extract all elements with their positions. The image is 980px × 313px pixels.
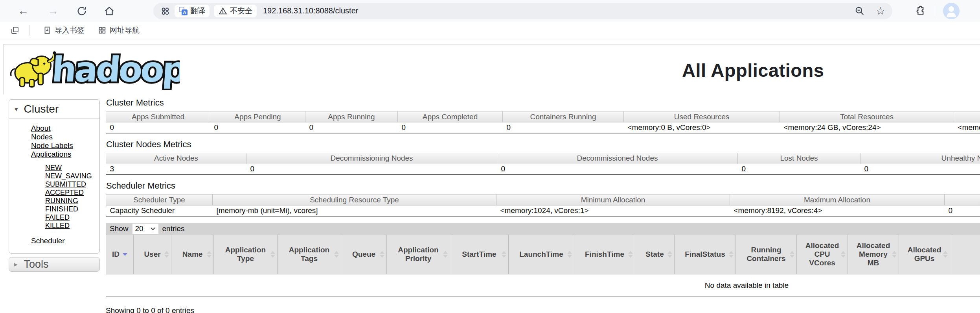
table-length-bar: Show 20 entries xyxy=(106,223,980,235)
column-header: Reserved Resources xyxy=(954,111,980,122)
metric-value: [memory-mb (unit=Mi), vcores] xyxy=(213,206,496,216)
bookmarks-bar: 导入书签 网址导航 xyxy=(0,22,980,39)
translate-icon: A xyxy=(179,7,188,15)
applications-table: ID User Name Application Type Applicatio… xyxy=(106,235,980,297)
sidebar: ▾Cluster About Nodes Node Labels Applica… xyxy=(9,99,100,313)
sidebar-section-cluster[interactable]: ▾Cluster xyxy=(9,100,99,119)
sort-header-running-containers[interactable]: Running Containers xyxy=(736,235,797,274)
page-size-select[interactable]: 20 xyxy=(132,224,158,234)
sort-icons xyxy=(164,251,169,258)
metric-value: <memory:0 B, vCores:0> xyxy=(624,122,780,133)
sort-header-launchtime[interactable]: LaunchTime xyxy=(509,235,574,274)
table-row: No data available in table xyxy=(106,274,980,296)
chevron-down-icon xyxy=(150,227,156,231)
tab-groups-icon[interactable] xyxy=(10,26,20,35)
column-header: Apps Pending xyxy=(210,111,305,122)
home-icon[interactable] xyxy=(104,6,115,17)
sort-header-allocated-memory-mb[interactable]: Allocated Memory MB xyxy=(848,235,899,274)
column-header: Decommissioning Nodes xyxy=(246,153,497,164)
forward-icon[interactable]: → xyxy=(46,6,60,17)
table-row: Capacity Scheduler [memory-mb (unit=Mi),… xyxy=(106,206,980,216)
metric-value: 0 xyxy=(210,122,305,133)
lost-nodes-link[interactable]: 0 xyxy=(742,165,746,173)
sort-header-allocated-cpu-vcores[interactable]: Allocated CPU VCores xyxy=(797,235,848,274)
column-header: Minimum Allocation xyxy=(496,194,730,206)
sort-header-clipped[interactable] xyxy=(950,235,980,274)
sort-icons xyxy=(729,251,734,258)
site-navigation-button[interactable]: 网址导航 xyxy=(98,25,140,35)
table-row: 3 0 0 0 0 xyxy=(106,164,980,174)
nodes-metrics-heading: Cluster Nodes Metrics xyxy=(106,139,980,150)
metric-value: <memory:8192, vCores:4> xyxy=(730,206,945,216)
metric-value: <memory:0 B, vCores:0> xyxy=(954,122,980,133)
url-text[interactable]: 192.168.31.10:8088/cluster xyxy=(263,6,358,15)
sort-header-application-tags[interactable]: Application Tags xyxy=(278,235,341,274)
sort-header-id[interactable]: ID xyxy=(106,235,134,274)
bookmark-star-icon[interactable]: ☆ xyxy=(876,5,885,17)
translate-button[interactable]: A 翻译 xyxy=(175,5,210,17)
sidebar-section-tools[interactable]: ▸Tools xyxy=(9,257,100,272)
sort-header-finishtime[interactable]: FinishTime xyxy=(574,235,635,274)
decommissioning-nodes-link[interactable]: 0 xyxy=(250,165,255,173)
sidebar-item-killed: KILLED xyxy=(45,222,99,230)
sort-icons xyxy=(502,251,506,258)
apps-grid-icon[interactable] xyxy=(160,6,170,16)
unhealthy-nodes-link[interactable]: 0 xyxy=(864,165,869,173)
sort-icons xyxy=(943,251,948,258)
column-header: Used Resources xyxy=(624,111,780,122)
sidebar-item-applications: Applications xyxy=(31,150,99,159)
sort-header-allocated-gpus[interactable]: Allocated GPUs xyxy=(899,235,950,274)
import-bookmarks-button[interactable]: 导入书签 xyxy=(43,25,85,35)
sort-header-state[interactable]: State xyxy=(635,235,675,274)
translate-label: 翻译 xyxy=(190,6,205,16)
column-header: Decommissioned Nodes xyxy=(497,153,738,164)
profile-avatar[interactable] xyxy=(943,3,960,19)
sort-icons xyxy=(334,251,339,258)
sidebar-item-submitted: SUBMITTED xyxy=(45,180,99,189)
metric-value: 3 xyxy=(106,164,246,174)
cluster-metrics-heading: Cluster Metrics xyxy=(106,98,980,108)
sort-icons xyxy=(667,251,672,258)
hadoop-elephant-icon xyxy=(7,47,57,91)
zoom-out-icon[interactable] xyxy=(855,6,865,16)
sort-header-name[interactable]: Name xyxy=(171,235,214,274)
scheduler-metrics-table: Scheduler Type Scheduling Resource Type … xyxy=(106,194,980,217)
sidebar-item-failed: FAILED xyxy=(45,213,99,222)
cluster-nav-box: ▾Cluster About Nodes Node Labels Applica… xyxy=(9,99,100,254)
column-header: Scheduling Resource Type xyxy=(213,194,496,206)
sort-header-finalstatus[interactable]: FinalStatus xyxy=(675,235,736,274)
url-bar[interactable]: A 翻译 不安全 192.168.31.10:8088/cluster ☆ xyxy=(153,3,892,19)
column-header: Maximum Allocation xyxy=(730,194,945,206)
security-badge[interactable]: 不安全 xyxy=(214,5,257,17)
sort-header-application-type[interactable]: Application Type xyxy=(214,235,278,274)
extensions-puzzle-icon[interactable] xyxy=(914,6,925,17)
tools-section-label: Tools xyxy=(24,258,49,270)
browser-chrome: ← → A 翻译 不安全 192.168.31.10:8088/ xyxy=(0,0,980,39)
reload-icon[interactable] xyxy=(76,6,87,17)
sort-header-application-priority[interactable]: Application Priority xyxy=(387,235,450,274)
metric-value: 0 xyxy=(738,164,860,174)
cluster-metrics-table: Apps Submitted Apps Pending Apps Running… xyxy=(106,111,980,133)
sidebar-item-node-labels: Node Labels xyxy=(31,141,99,150)
sort-icons xyxy=(567,251,572,258)
sidebar-item-new: NEW xyxy=(45,164,99,172)
column-header: Maximum Cluster Application Priority xyxy=(945,194,980,206)
metric-value: 0 xyxy=(497,164,738,174)
empty-table-message: No data available in table xyxy=(106,274,980,296)
nodes-metrics-table: Active Nodes Decommissioning Nodes Decom… xyxy=(106,153,980,175)
sort-icons xyxy=(207,251,211,258)
sort-header-queue[interactable]: Queue xyxy=(341,235,387,274)
caret-down-icon: ▾ xyxy=(15,106,18,113)
active-nodes-link[interactable]: 3 xyxy=(110,165,114,173)
back-icon[interactable]: ← xyxy=(17,6,30,17)
column-header: Apps Completed xyxy=(398,111,503,122)
sort-header-starttime[interactable]: StartTime xyxy=(450,235,509,274)
metric-value: 0 xyxy=(106,122,210,133)
decommissioned-nodes-link[interactable]: 0 xyxy=(501,165,506,173)
sort-icons xyxy=(380,251,384,258)
sidebar-item-scheduler[interactable]: Scheduler xyxy=(31,237,65,245)
sort-header-user[interactable]: User xyxy=(134,235,171,274)
sort-icons xyxy=(628,251,633,258)
sort-desc-icon xyxy=(123,253,127,256)
show-label: Show xyxy=(110,224,129,233)
